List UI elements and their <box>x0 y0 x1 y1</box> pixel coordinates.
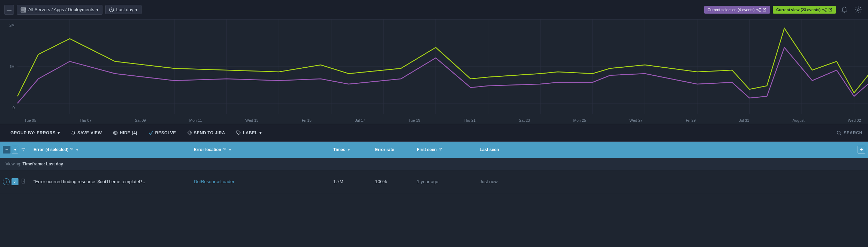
x-label-8: Thu 21 <box>464 118 475 122</box>
resolve-button[interactable]: RESOLVE <box>144 128 181 137</box>
th-location-sort-icon: ▼ <box>228 148 232 152</box>
viewing-prefix: Viewing: <box>6 162 21 166</box>
th-times[interactable]: Times ▼ <box>330 147 372 152</box>
label-label: LABEL <box>243 130 258 135</box>
viewing-timeframe: Timeframe: Last day <box>22 162 63 166</box>
jira-icon <box>187 130 192 135</box>
x-label-13: Jul 31 <box>739 118 749 122</box>
save-view-button[interactable]: SAVE VIEW <box>66 128 107 137</box>
svg-rect-2 <box>21 11 26 12</box>
time-dropdown-arrow: ▾ <box>135 7 138 12</box>
th-error[interactable]: Error (4 selected) ▼ <box>31 147 191 152</box>
add-column-button[interactable]: + <box>858 146 865 154</box>
svg-point-13 <box>857 9 859 11</box>
th-error-rate[interactable]: Error rate <box>372 147 414 152</box>
svg-point-12 <box>825 10 827 12</box>
row-error-text[interactable]: "Error ocurred finding resource '$dotThe… <box>31 179 191 184</box>
x-label-15: Wed 02 <box>848 118 861 122</box>
current-selection-button[interactable]: Current selection (4 events) <box>704 6 770 14</box>
x-label-11: Wed 27 <box>630 118 643 122</box>
th-first-seen-filter-icon <box>439 148 442 152</box>
th-error-label: Error <box>33 147 44 152</box>
server-label: All Servers / Apps / Deployments <box>28 7 94 12</box>
row-location[interactable]: DotResourceLoader <box>191 179 330 184</box>
eye-off-icon <box>113 130 118 135</box>
th-filter-icon[interactable] <box>20 146 27 154</box>
table-header: − ▾ Error (4 selected) ▼ Error location … <box>0 142 868 158</box>
x-label-12: Fri 29 <box>686 118 696 122</box>
label-chevron-icon: ▾ <box>259 130 262 135</box>
current-view-button[interactable]: Current view (23 events) <box>773 6 836 14</box>
send-to-jira-label: SEND TO JIRA <box>194 130 225 135</box>
th-first-seen[interactable]: First seen <box>414 147 477 152</box>
svg-point-9 <box>759 10 760 12</box>
th-last-seen-label: Last seen <box>480 147 499 152</box>
x-label-6: Jul 17 <box>355 118 365 122</box>
row-first-seen: 1 year ago <box>414 179 477 184</box>
time-label: Last day <box>116 7 133 12</box>
x-label-3: Mon 11 <box>189 118 202 122</box>
toolbar: GROUP BY: ERRORS ▾ SAVE VIEW HIDE (4) RE… <box>0 124 868 142</box>
th-location-filter-icon <box>223 148 227 152</box>
server-dropdown-arrow: ▾ <box>96 7 99 12</box>
y-label-1m: 1M <box>9 65 15 69</box>
minimize-button[interactable]: — <box>4 5 14 15</box>
group-by-chevron-icon: ▾ <box>58 130 60 135</box>
search-icon <box>837 130 842 135</box>
row-actions: + ✓ <box>3 178 31 185</box>
svg-point-10 <box>825 8 827 9</box>
x-label-0: Tue 05 <box>24 118 36 122</box>
hide-label: HIDE (4) <box>120 130 137 135</box>
group-by-button[interactable]: GROUP BY: ERRORS ▾ <box>6 128 64 137</box>
x-label-5: Fri 15 <box>302 118 312 122</box>
x-label-10: Mon 25 <box>573 118 586 122</box>
row-checkbox[interactable]: ✓ <box>12 178 18 185</box>
current-selection-label: Current selection (4 events) <box>708 8 755 12</box>
x-label-14: August <box>793 118 805 122</box>
svg-point-8 <box>756 9 757 10</box>
th-location[interactable]: Error location ▼ <box>191 147 330 152</box>
viewing-row: Viewing: Timeframe: Last day <box>0 158 868 170</box>
server-selector[interactable]: All Servers / Apps / Deployments ▾ <box>17 5 102 15</box>
row-times: 1.7M <box>330 179 372 184</box>
x-label-9: Sat 23 <box>519 118 530 122</box>
tag-icon <box>236 130 241 135</box>
select-dropdown-button[interactable]: ▾ <box>12 146 18 154</box>
settings-button[interactable] <box>853 4 864 15</box>
th-last-seen[interactable]: Last seen <box>477 147 533 152</box>
search-area[interactable]: SEARCH <box>837 130 862 135</box>
chart-y-labels: 2M 1M 0 <box>0 20 17 113</box>
th-error-rate-label: Error rate <box>375 147 394 152</box>
servers-icon <box>21 7 26 13</box>
share-icon-2 <box>822 8 827 12</box>
th-times-label: Times <box>333 147 345 152</box>
current-view-label: Current view (23 events) <box>776 8 821 12</box>
svg-point-3 <box>24 8 25 8</box>
y-label-2m: 2M <box>9 23 15 27</box>
share-icon <box>756 8 761 12</box>
row-rate: 100% <box>372 179 414 184</box>
th-error-sort-icon: ▼ <box>75 148 79 152</box>
row-file-icon[interactable] <box>20 179 27 185</box>
external-link-icon <box>762 8 767 12</box>
deselect-all-button[interactable]: − <box>3 146 10 154</box>
svg-point-35 <box>237 132 238 132</box>
send-to-jira-button[interactable]: SEND TO JIRA <box>182 128 230 137</box>
label-button[interactable]: LABEL ▾ <box>231 128 267 137</box>
th-times-sort-icon: ▼ <box>347 148 350 152</box>
bell-icon <box>841 6 848 13</box>
settings-icon <box>855 6 862 13</box>
th-location-label: Error location <box>194 147 221 152</box>
clock-icon <box>109 7 114 12</box>
th-first-seen-label: First seen <box>417 147 437 152</box>
external-link-icon-2 <box>828 8 832 12</box>
chart-area[interactable]: 2M 1M 0 Tue 05 Thu 07 Sat 09 Mon 1 <box>0 20 868 124</box>
y-label-0: 0 <box>13 106 15 110</box>
svg-rect-0 <box>21 8 26 9</box>
row-expand-button[interactable]: + <box>3 178 10 185</box>
row-last-seen: Just now <box>477 179 533 184</box>
hide-button[interactable]: HIDE (4) <box>108 128 142 137</box>
bell-button[interactable] <box>839 4 850 15</box>
time-selector[interactable]: Last day ▾ <box>105 5 142 14</box>
top-bar-right: Current selection (4 events) Current vie… <box>704 4 864 15</box>
